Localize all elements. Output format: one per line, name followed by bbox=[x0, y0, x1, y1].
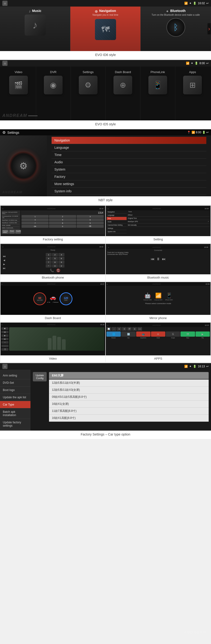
apps-bar-auto[interactable]: auto bbox=[137, 327, 142, 331]
dash-no-option[interactable]: ● No bbox=[47, 302, 50, 303]
numpad-3[interactable]: 3 bbox=[77, 215, 104, 218]
phone-key-6[interactable]: 6 bbox=[58, 257, 64, 260]
back-icon-nbt[interactable]: ↩ bbox=[206, 131, 209, 134]
car-type-opt-3[interactable]: 16款X1(全屏) bbox=[49, 400, 209, 408]
phone-key-8[interactable]: 8 bbox=[52, 260, 58, 264]
video-vol-dn-btn[interactable]: - bbox=[2, 344, 9, 347]
update-config-button[interactable]: UpdateConfig bbox=[33, 372, 47, 382]
setting-autosync[interactable]: AutoSync GPS ✓ bbox=[127, 220, 209, 224]
android-wifi-option[interactable]: 📶 Android WiFi bbox=[154, 292, 162, 300]
id5-apps-item[interactable]: Apps ⊞ bbox=[175, 66, 210, 120]
nbt-menu-time[interactable]: Time bbox=[52, 151, 206, 158]
app-play-store[interactable]: ▶ bbox=[195, 332, 210, 337]
apps-bar-nav[interactable]: ⊕ bbox=[117, 327, 121, 331]
factory-menu-boot-logo[interactable]: Boot logo bbox=[0, 386, 31, 394]
setting-time-menu[interactable]: Time bbox=[107, 217, 127, 220]
navigation-panel[interactable]: ⊕ Navigation Navigate you in real time 🗺 bbox=[70, 6, 141, 51]
phone-key-2[interactable]: 2 bbox=[52, 253, 58, 256]
forward-icon[interactable]: ► bbox=[3, 262, 6, 266]
numpad-4[interactable]: 4 bbox=[22, 218, 49, 221]
id5-video-item[interactable]: Video 🎬 bbox=[1, 66, 36, 120]
car-type-opt-5[interactable]: 16款X1高配(8.8寸) bbox=[49, 415, 209, 422]
nbt-menu-navigation[interactable]: Navigation bbox=[52, 137, 206, 144]
factory-menu-dvd[interactable]: DVD-Set bbox=[0, 379, 31, 386]
phone-key-5[interactable]: 5 bbox=[52, 257, 58, 260]
id5-settings-item[interactable]: Settings ⚙ bbox=[71, 66, 106, 120]
phone-key-9[interactable]: 9 bbox=[58, 260, 64, 264]
setting-camera[interactable]: Camera/Video Setting bbox=[107, 224, 127, 227]
numpad-9[interactable]: 9 bbox=[77, 222, 104, 224]
id5-dashboard-item[interactable]: Dash Board ⊕ bbox=[106, 66, 141, 120]
factory-menu-batch-apk[interactable]: Batch apk installation bbox=[0, 408, 31, 419]
numpad-backspace[interactable]: ⌫ bbox=[77, 225, 104, 228]
setting-lang[interactable]: Language bbox=[107, 214, 127, 217]
phone-key-3[interactable]: 3 bbox=[58, 253, 64, 256]
prev-track-icon[interactable]: ⏮ bbox=[3, 255, 6, 258]
numpad-1[interactable]: 1 bbox=[22, 215, 49, 218]
factory-menu-arm[interactable]: Arm setting bbox=[0, 372, 31, 379]
factory-page-home-icon[interactable]: ⌂ bbox=[2, 364, 8, 369]
nbt-menu-system-info[interactable]: System info bbox=[52, 188, 206, 195]
apps-bar-settings[interactable]: ⚙ bbox=[122, 327, 127, 331]
video-next-btn[interactable]: ⏭ bbox=[2, 338, 9, 340]
call-icon[interactable]: 📞 bbox=[50, 268, 54, 272]
car-type-opt-1[interactable]: 12款5系/11款X3(全屏) bbox=[49, 386, 209, 394]
phone-key-4[interactable]: 4 bbox=[46, 257, 52, 260]
numpad-7[interactable]: 7 bbox=[22, 222, 49, 224]
phone-key-hash[interactable]: # bbox=[58, 264, 64, 268]
nbt-menu-more-settings[interactable]: More settings bbox=[52, 180, 206, 188]
video-list-btn[interactable]: ☰ bbox=[2, 348, 9, 351]
app-calculator[interactable]: 🔢 bbox=[121, 332, 135, 337]
reset-btn[interactable]: Reset bbox=[9, 230, 15, 234]
apps-bar-misc[interactable]: ⊞ bbox=[132, 327, 137, 331]
setting-24hour[interactable]: 24hour bbox=[127, 214, 209, 217]
numpad-0[interactable]: 0 bbox=[49, 225, 76, 228]
id5-dvr-item[interactable]: DVR ◉ bbox=[36, 66, 71, 120]
app-easydeme[interactable]: 📺 bbox=[136, 332, 150, 337]
back-icon-id5[interactable]: ↩ bbox=[206, 62, 209, 65]
phone-key-1[interactable]: 1 bbox=[46, 253, 52, 256]
setting-manually[interactable]: Set manually bbox=[127, 224, 209, 227]
nbt-menu-audio[interactable]: Audio bbox=[52, 158, 206, 166]
apps-bar-video[interactable]: 🎬 bbox=[127, 327, 132, 331]
android-usb-option[interactable]: 🤖 Android USB bbox=[143, 292, 152, 300]
video-stop-btn[interactable]: ⏹ bbox=[2, 327, 9, 330]
apps-bar-dashboard[interactable]: 📊 bbox=[106, 327, 111, 331]
endcall-icon[interactable]: 📵 bbox=[56, 268, 60, 272]
home-icon-id5[interactable]: ⌂ bbox=[2, 61, 8, 66]
numpad-8[interactable]: 8 bbox=[49, 222, 76, 224]
factory-setup-btn[interactable]: Factory Setup bbox=[2, 230, 9, 234]
phone-key-0[interactable]: 0 bbox=[52, 264, 58, 268]
dash-release-option[interactable]: ○ Release bbox=[52, 302, 58, 303]
app-maps[interactable]: 🗺 bbox=[180, 332, 195, 337]
nbt-menu-language[interactable]: Language bbox=[52, 144, 206, 151]
app-gmail[interactable]: ✉ bbox=[151, 332, 165, 337]
music-panel[interactable]: ♪ Music ♪ bbox=[0, 6, 70, 51]
car-type-opt-0[interactable]: 12款5系/11款X3(半屏) bbox=[49, 380, 209, 386]
iphone-wifi-option[interactable]: 📱 iPhone WiFi bbox=[165, 292, 173, 300]
nbt-menu-factory[interactable]: Factory bbox=[52, 173, 206, 180]
id5-phonelink-item[interactable]: PhoneLink 📱 bbox=[140, 66, 175, 120]
nbt-menu-system[interactable]: System bbox=[52, 166, 206, 173]
setting-audio[interactable]: Audio bbox=[107, 220, 127, 224]
numpad-6[interactable]: 6 bbox=[77, 218, 104, 221]
numpad-5[interactable]: 5 bbox=[49, 218, 76, 221]
video-play-btn[interactable]: ▶ bbox=[2, 334, 9, 337]
video-prev-btn[interactable]: ⏮ bbox=[2, 331, 9, 333]
bluetooth-panel[interactable]: ✦ Bluetooth Turn on the Bluetooth device… bbox=[141, 6, 211, 51]
setting-settings[interactable]: Settings bbox=[107, 227, 127, 230]
car-type-opt-2[interactable]: 09款X5/11款5系高配(8.8寸) bbox=[49, 394, 209, 400]
factory-menu-apk-list[interactable]: Update the apk list bbox=[0, 394, 31, 401]
next-arrow-icon[interactable]: › bbox=[207, 23, 211, 34]
next-track-icon[interactable]: ⏭ bbox=[3, 266, 6, 270]
car-type-opt-4[interactable]: 11款7系高配(8.8寸) bbox=[49, 408, 209, 415]
home-icon[interactable]: ⌂ bbox=[2, 1, 8, 6]
apps-bar-music[interactable]: ♪ bbox=[112, 327, 116, 331]
video-vol-up-btn[interactable]: + bbox=[2, 341, 9, 344]
setting-nav[interactable]: Navigation bbox=[107, 210, 127, 214]
factory-page-back-icon[interactable]: ↩ bbox=[206, 365, 209, 368]
factory-menu-update-factory[interactable]: Update factory settings bbox=[0, 419, 31, 430]
back-icon[interactable]: ↩ bbox=[206, 2, 209, 5]
bt-prev-icon[interactable]: ⏮ bbox=[151, 257, 154, 261]
bt-next-icon[interactable]: ⏭ bbox=[162, 257, 166, 261]
